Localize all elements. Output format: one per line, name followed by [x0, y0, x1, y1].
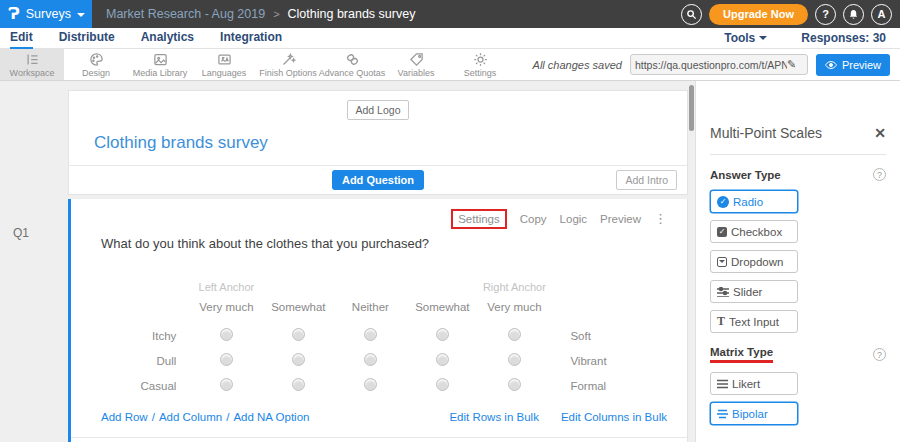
answer-type-checkbox[interactable]: ✓ Checkbox: [710, 220, 798, 243]
breadcrumb-survey-name[interactable]: Clothing brands survey: [288, 7, 416, 21]
add-row-link[interactable]: Add Row: [101, 411, 148, 423]
toolbar-right: All changes saved ✎ Preview: [533, 49, 900, 80]
matrix-table: Left Anchor Right Anchor Very much Somew…: [101, 279, 687, 398]
question-number: Q1: [13, 226, 68, 240]
radio-option[interactable]: [292, 353, 305, 366]
row-right-label[interactable]: Vibrant: [550, 348, 687, 373]
question-logic-action[interactable]: Logic: [560, 213, 588, 225]
radio-option[interactable]: [436, 328, 449, 341]
toolbar-item-media-library[interactable]: Media Library: [128, 49, 192, 80]
edit-columns-in-bulk-link[interactable]: Edit Columns in Bulk: [561, 411, 667, 423]
add-question-button[interactable]: Add Question: [332, 170, 424, 190]
tools-menu[interactable]: Tools: [724, 31, 767, 45]
question-settings-action[interactable]: Settings: [451, 209, 507, 229]
tab-integration[interactable]: Integration: [220, 28, 282, 49]
survey-title[interactable]: Clothing brands survey: [69, 120, 687, 165]
tools-label: Tools: [724, 31, 755, 45]
notifications-button[interactable]: [843, 4, 864, 25]
help-icon[interactable]: ?: [873, 348, 886, 361]
add-logo-button[interactable]: Add Logo: [347, 100, 410, 120]
sidebar-title: Multi-Point Scales: [710, 125, 822, 141]
radio-option[interactable]: [292, 378, 305, 391]
scale-header-row: Very much Somewhat Neither Somewhat Very…: [101, 301, 687, 323]
close-icon[interactable]: ✕: [874, 125, 886, 141]
radio-option[interactable]: [436, 353, 449, 366]
bipolar-icon: [717, 409, 728, 419]
answer-type-slider[interactable]: Slider: [710, 280, 798, 303]
tab-analytics[interactable]: Analytics: [141, 28, 194, 49]
eye-icon: [825, 60, 837, 70]
sidebar-title-row: Multi-Point Scales ✕: [710, 125, 886, 141]
avatar[interactable]: A: [871, 4, 892, 25]
sidebar-divider: [710, 154, 886, 155]
radio-option[interactable]: [364, 378, 377, 391]
question-text[interactable]: What do you think about the clothes that…: [71, 229, 687, 251]
question-copy-action[interactable]: Copy: [520, 213, 547, 225]
toolbar-item-finish-options[interactable]: Finish Options: [256, 49, 320, 80]
row-right-label[interactable]: Formal: [550, 373, 687, 398]
slider-icon: [717, 287, 729, 297]
radio-option[interactable]: [292, 328, 305, 341]
help-button[interactable]: ?: [815, 4, 836, 25]
answer-type-radio[interactable]: ✓ Radio: [710, 190, 798, 213]
toolbar-item-label: Design: [82, 68, 110, 78]
radio-option[interactable]: [364, 353, 377, 366]
matrix-type-bipolar[interactable]: Bipolar: [710, 402, 798, 425]
radio-option[interactable]: [364, 328, 377, 341]
radio-option[interactable]: [220, 328, 233, 341]
row-left-label[interactable]: Dull: [101, 348, 190, 373]
toolbar-item-workspace[interactable]: Workspace: [0, 49, 64, 80]
option-label: Radio: [733, 196, 763, 208]
radio-option[interactable]: [508, 353, 521, 366]
tab-edit[interactable]: Edit: [10, 28, 33, 49]
add-intro-button[interactable]: Add Intro: [616, 170, 677, 190]
bell-icon: [848, 9, 859, 20]
tab-distribute[interactable]: Distribute: [59, 28, 115, 49]
option-label: Text Input: [729, 316, 779, 328]
toolbar-item-design[interactable]: Design: [64, 49, 128, 80]
row-right-label[interactable]: Soft: [550, 323, 687, 348]
option-label: Dropdown: [731, 256, 783, 268]
toolbar-item-label: Finish Options: [259, 68, 317, 78]
add-na-option-link[interactable]: Add NA Option: [233, 411, 309, 423]
search-button[interactable]: [681, 4, 702, 25]
answer-type-dropdown[interactable]: Dropdown: [710, 250, 798, 273]
toolbar-item-label: Languages: [202, 68, 247, 78]
toolbar-item-label: Settings: [464, 68, 497, 78]
likert-icon: [717, 379, 728, 389]
edit-url-icon[interactable]: ✎: [787, 58, 796, 71]
row-column-links: Add Row / Add Column / Add NA Option Edi…: [71, 398, 687, 423]
survey-url-input[interactable]: [635, 59, 787, 71]
help-icon[interactable]: ?: [873, 168, 886, 181]
surveys-product-menu[interactable]: Ɂ Surveys: [0, 0, 92, 28]
row-left-label[interactable]: Casual: [101, 373, 190, 398]
answer-type-text-input[interactable]: T Text Input: [710, 310, 798, 333]
product-menu-label: Surveys: [26, 7, 71, 21]
toolbar-item-settings[interactable]: Settings: [448, 49, 512, 80]
matrix-type-likert[interactable]: Likert: [710, 372, 798, 395]
breadcrumb-folder[interactable]: Market Research - Aug 2019: [106, 7, 265, 21]
radio-option[interactable]: [220, 378, 233, 391]
row-left-label[interactable]: Itchy: [101, 323, 190, 348]
top-bar: Ɂ Surveys Market Research - Aug 2019 > C…: [0, 0, 900, 28]
option-label: Bipolar: [732, 408, 768, 420]
kebab-menu-icon[interactable]: ⋮: [654, 213, 667, 225]
radio-option[interactable]: [436, 378, 449, 391]
toolbar-item-variables[interactable]: Variables: [384, 49, 448, 80]
toolbar-item-advance-quotas[interactable]: Advance Quotas: [320, 49, 384, 80]
workspace-icon: [25, 52, 40, 67]
link-separator: /: [226, 411, 229, 423]
radio-option[interactable]: [508, 378, 521, 391]
responses-link[interactable]: Responses: 30: [801, 31, 886, 45]
preview-button[interactable]: Preview: [816, 54, 890, 76]
scrollbar-thumb[interactable]: [689, 85, 694, 131]
preview-label: Preview: [842, 59, 881, 71]
question-preview-action[interactable]: Preview: [600, 213, 641, 225]
radio-option[interactable]: [220, 353, 233, 366]
upgrade-now-button[interactable]: Upgrade Now: [709, 4, 808, 25]
edit-rows-in-bulk-link[interactable]: Edit Rows in Bulk: [449, 411, 538, 423]
toolbar-item-languages[interactable]: Languages: [192, 49, 256, 80]
settings-sidebar: Multi-Point Scales ✕ Answer Type ? ✓ Rad…: [695, 81, 900, 442]
add-column-link[interactable]: Add Column: [159, 411, 222, 423]
radio-option[interactable]: [508, 328, 521, 341]
